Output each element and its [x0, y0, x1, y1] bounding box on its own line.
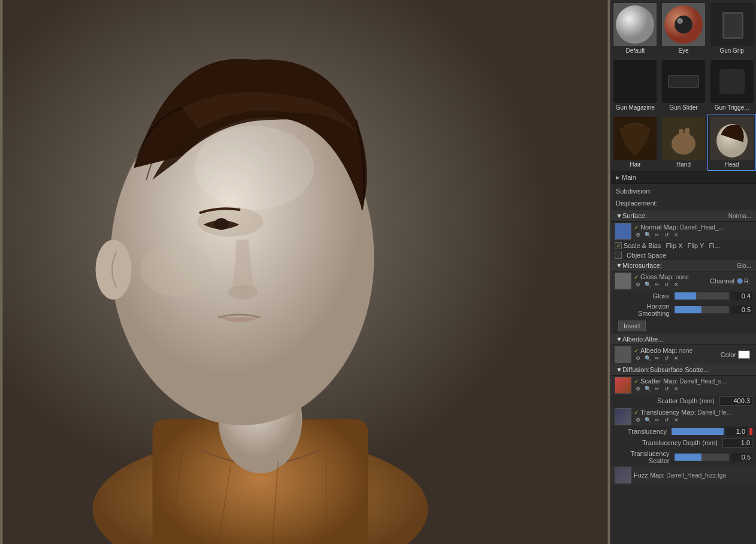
svg-rect-49	[679, 129, 684, 147]
microsurface-right-label: Glo...	[737, 262, 751, 269]
invert-button[interactable]: Invert	[618, 321, 646, 331]
albedo-map-info: ✓ Albedo Map: none ⚙ 🔍 ✏ ↺ ✕	[634, 347, 718, 362]
scale-bias-check[interactable]: ✓ Scale & Bias	[615, 242, 661, 249]
main-section-header[interactable]: ▶ Main	[611, 171, 756, 184]
scatter-close-icon[interactable]: ✕	[672, 385, 681, 393]
translucency-scatter-slider-bar[interactable]	[675, 454, 730, 461]
material-label-head: Head	[709, 161, 754, 168]
displacement-label: Displacement:	[616, 200, 751, 207]
material-item-hand[interactable]: Hand	[660, 114, 708, 171]
scatter-edit-icon[interactable]: ✏	[653, 385, 661, 393]
microsurface-section-header[interactable]: ▼ Microsurface: Glo...	[611, 260, 756, 271]
trans-edit-icon[interactable]: ✏	[653, 416, 661, 424]
svg-point-21	[269, 326, 270, 327]
object-space-row: Object Space	[611, 250, 756, 260]
fuzz-map-thumb	[615, 467, 631, 483]
albedo-map-check: ✓	[634, 347, 639, 354]
main-section-content: Subdivision: Displacement:	[611, 184, 756, 210]
albedo-close-icon[interactable]: ✕	[672, 354, 681, 362]
trans-close-icon[interactable]: ✕	[672, 416, 681, 424]
translucency-slider-row: Translucency 1.0	[611, 426, 756, 437]
gloss-map-row: ✓ Gloss Map: none ⚙ 🔍 ✏ ↺ ✕ Channel R	[611, 271, 756, 291]
trans-search-icon[interactable]: 🔍	[643, 416, 652, 424]
scatter-map-info: ✓ Scatter Map: Darrell_Head_subderm... ⚙…	[634, 377, 752, 393]
material-item-eye[interactable]: Eye	[660, 0, 708, 57]
gloss-close-icon[interactable]: ✕	[672, 280, 681, 289]
gloss-edit-icon[interactable]: ✏	[653, 280, 661, 289]
subdivision-label: Subdivision:	[616, 188, 751, 195]
gloss-slider-row: Gloss 0.4	[611, 291, 756, 301]
surface-right-label: Norma...	[728, 213, 751, 219]
translucency-map-title-row: ✓ Translucency Map: Darrell_Head_ss...	[634, 409, 752, 416]
scatter-depth-input[interactable]	[719, 396, 752, 406]
edit-icon[interactable]: ✏	[653, 231, 661, 239]
3d-viewport[interactable]	[0, 0, 610, 544]
scatter-refresh-icon[interactable]: ↺	[663, 385, 671, 393]
material-item-hair[interactable]: Hair	[611, 114, 660, 171]
translucency-map-label: Translucency Map:	[640, 409, 696, 416]
material-label-hair: Hair	[613, 161, 658, 168]
fuzz-map-title-row: Fuzz Map: Darrell_Head_fuzz.tga	[634, 472, 752, 479]
scatter-map-check: ✓	[634, 378, 639, 385]
material-label-gun-grip: Gun Grip	[709, 47, 754, 54]
surface-section-header[interactable]: ▼ Surface: Norma...	[611, 210, 756, 222]
channel-r-radio[interactable]: R	[737, 277, 749, 285]
invert-container: Invert	[611, 318, 756, 334]
svg-rect-43	[669, 76, 698, 87]
refresh-icon[interactable]: ↺	[663, 231, 671, 239]
albedo-refresh-icon[interactable]: ↺	[663, 354, 671, 362]
trans-gear-icon[interactable]: ⚙	[634, 416, 642, 424]
svg-point-20	[215, 323, 216, 324]
material-thumb-head	[710, 117, 754, 160]
svg-point-18	[217, 338, 219, 340]
horizon-smoothing-slider-bar[interactable]	[675, 306, 730, 313]
object-space-checkbox[interactable]	[615, 252, 622, 259]
trans-refresh-icon[interactable]: ↺	[663, 416, 671, 424]
material-item-gun-trigger[interactable]: Gun Trigge...	[707, 57, 756, 114]
gloss-search-icon[interactable]: 🔍	[643, 280, 652, 289]
gloss-slider-bar[interactable]	[675, 292, 730, 300]
translucency-scatter-row: Translucency Scatter 0.5	[611, 449, 756, 466]
search-icon[interactable]: 🔍	[643, 231, 652, 239]
properties-panel: Default Eye Gun Grip Gun Magazine G	[610, 0, 756, 544]
horizon-smoothing-value: 0.5	[731, 306, 752, 314]
albedo-color-swatch[interactable]	[738, 350, 750, 359]
microsurface-label: Microsurface:	[622, 262, 662, 269]
scatter-map-title-row: ✓ Scatter Map: Darrell_Head_subderm...	[634, 377, 752, 385]
material-item-head[interactable]: Head	[707, 114, 756, 171]
translucency-depth-input[interactable]	[722, 438, 752, 448]
svg-point-33	[675, 16, 693, 34]
scatter-search-icon[interactable]: 🔍	[643, 385, 652, 393]
albedo-section-header[interactable]: ▼ Albedo: Albe...	[611, 334, 756, 345]
flip-x-label: Flip X	[666, 242, 682, 249]
svg-point-31	[616, 5, 654, 44]
material-label-gun-magazine: Gun Magazine	[613, 104, 658, 111]
albedo-map-icons: ⚙ 🔍 ✏ ↺ ✕	[634, 354, 718, 362]
albedo-gear-icon[interactable]: ⚙	[634, 354, 642, 362]
albedo-edit-icon[interactable]: ✏	[653, 354, 661, 362]
translucency-slider-bar[interactable]	[672, 428, 724, 435]
object-space-label: Object Space	[627, 252, 666, 259]
material-item-default[interactable]: Default	[611, 0, 660, 57]
gloss-refresh-icon[interactable]: ↺	[663, 280, 671, 289]
scatter-gear-icon[interactable]: ⚙	[634, 385, 642, 393]
close-icon[interactable]: ✕	[672, 231, 681, 239]
material-item-gun-grip[interactable]: Gun Grip	[707, 0, 756, 57]
gloss-gear-icon[interactable]: ⚙	[634, 280, 642, 289]
svg-point-14	[226, 341, 228, 343]
svg-point-34	[677, 18, 683, 24]
albedo-map-label: Albedo Map:	[640, 347, 678, 354]
gear-icon[interactable]: ⚙	[634, 231, 642, 239]
albedo-search-icon[interactable]: 🔍	[643, 354, 652, 362]
displacement-row: Displacement:	[611, 197, 756, 209]
svg-point-5	[96, 240, 132, 300]
material-item-gun-magazine[interactable]: Gun Magazine	[611, 57, 660, 114]
scale-bias-checkbox[interactable]: ✓	[615, 242, 622, 249]
gloss-map-value: none	[676, 274, 689, 280]
svg-point-12	[250, 331, 252, 333]
diffusion-section-header[interactable]: ▼ Diffusion: Subsurface Scatte...	[611, 364, 756, 376]
scale-bias-row: ✓ Scale & Bias Flip X Flip Y Fl...	[611, 241, 756, 250]
material-item-gun-slider[interactable]: Gun Slider	[660, 57, 708, 114]
surface-label: Surface:	[622, 212, 647, 219]
material-thumb-gun-grip	[710, 3, 754, 46]
